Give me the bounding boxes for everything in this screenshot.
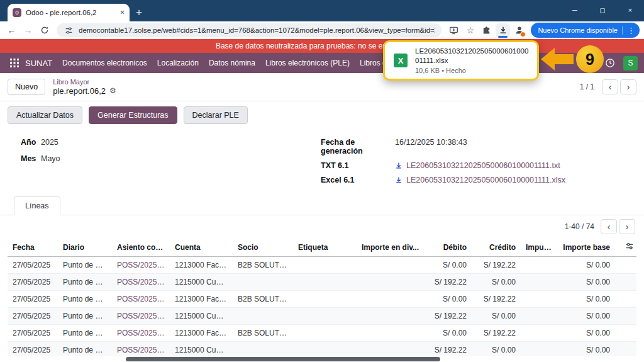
app-brand[interactable]: SUNAT bbox=[25, 59, 52, 68]
column-settings-icon[interactable] bbox=[615, 238, 636, 257]
cell bbox=[521, 274, 557, 291]
action-button[interactable]: Generar Estructuras bbox=[89, 106, 177, 124]
column-header[interactable]: Socio bbox=[233, 238, 293, 257]
file-download-link[interactable]: LE2060531032120250500060100001111.xlsx bbox=[395, 176, 565, 184]
form-fields-left: Año2025MesMayo bbox=[21, 138, 321, 190]
breadcrumb: Libro Mayor ple.report.06,2 ⚙ bbox=[53, 78, 116, 96]
new-tab-button[interactable]: + bbox=[136, 7, 142, 18]
table-row[interactable]: 27/05/2025Punto de VentaPOSS/2025/05/0..… bbox=[8, 325, 636, 342]
install-page-icon[interactable] bbox=[447, 23, 461, 38]
cell: S/ 0.00 bbox=[424, 257, 472, 274]
cell: B2B SOLUTIONS ... bbox=[233, 291, 293, 308]
record-link[interactable]: POSS/2025/05/0... bbox=[112, 274, 170, 291]
list-pager-prev-button[interactable]: ‹ bbox=[601, 219, 617, 234]
column-header[interactable]: Importe base bbox=[557, 238, 615, 257]
list-pager-text: 1-40 / 74 bbox=[565, 222, 594, 231]
cell: 27/05/2025 bbox=[8, 274, 58, 291]
field-value: 16/12/2025 10:38:43 bbox=[395, 138, 467, 147]
nav-item[interactable]: Documentos electronicos bbox=[57, 53, 152, 73]
bookmark-star-icon[interactable]: ☆ bbox=[463, 23, 477, 38]
table-row[interactable]: 27/05/2025Punto de VentaPOSS/2025/05/0..… bbox=[8, 257, 636, 274]
cell bbox=[356, 308, 424, 325]
window-close-button[interactable]: × bbox=[616, 0, 644, 21]
cell: 1213000 Facturas... bbox=[170, 325, 233, 342]
field-label: Excel 6.1 bbox=[321, 176, 395, 184]
activities-clock-icon[interactable] bbox=[602, 58, 618, 68]
nav-item[interactable]: Libros electrónicos (PLE) bbox=[260, 53, 355, 73]
tab-close-icon[interactable]: × bbox=[120, 8, 125, 17]
browser-tab[interactable]: o Odoo - ple.report.06,2 × bbox=[8, 4, 130, 21]
cell: S/ 0.00 bbox=[557, 274, 615, 291]
cell bbox=[356, 257, 424, 274]
pager-prev-button[interactable]: ‹ bbox=[602, 79, 618, 94]
column-header[interactable]: Impuesto bbox=[521, 238, 557, 257]
nav-item[interactable]: Localización bbox=[152, 53, 204, 73]
cell: B2B SOLUTIONS ... bbox=[233, 257, 293, 274]
tab-lineas[interactable]: Líneas bbox=[14, 196, 60, 215]
table-row[interactable]: 27/05/2025Punto de VentaPOSS/2025/05/0..… bbox=[8, 274, 636, 291]
download-notification[interactable]: X LE2060531032120250500060100001111.xlsx… bbox=[383, 40, 539, 81]
cell: Punto de Venta bbox=[58, 308, 112, 325]
window-controls: ─ ◻ × bbox=[561, 0, 644, 21]
extensions-puzzle-icon[interactable] bbox=[479, 23, 494, 38]
cell: 1215000 Cuentas... bbox=[170, 308, 233, 325]
breadcrumb-parent-link[interactable]: Libro Mayor bbox=[53, 78, 116, 86]
cell: B2B SOLUTIONS ... bbox=[233, 325, 293, 342]
list-pager-next-button[interactable]: › bbox=[619, 219, 635, 234]
cell: S/ 0.00 bbox=[557, 325, 615, 342]
user-avatar[interactable]: S bbox=[623, 56, 638, 71]
record-link[interactable]: POSS/2025/05/0... bbox=[112, 291, 170, 308]
breadcrumb-current: ple.report.06,2 bbox=[53, 86, 106, 96]
window-maximize-button[interactable]: ◻ bbox=[589, 0, 616, 21]
record-actions-gear-icon[interactable]: ⚙ bbox=[109, 86, 116, 95]
annotation-step-number: 9 bbox=[576, 45, 604, 73]
cell bbox=[356, 325, 424, 342]
forward-icon[interactable]: → bbox=[21, 23, 35, 38]
nav-item[interactable]: Datos nómina bbox=[204, 53, 260, 73]
cell bbox=[615, 308, 636, 325]
table-row[interactable]: 27/05/2025Punto de VentaPOSS/2025/05/0..… bbox=[8, 291, 636, 308]
annotation-arrow-icon bbox=[541, 48, 555, 71]
cell: S/ 0.00 bbox=[557, 257, 615, 274]
record-pager: 1 / 1 bbox=[580, 82, 594, 91]
horizontal-scrollbar[interactable] bbox=[0, 356, 644, 362]
refresh-icon[interactable] bbox=[37, 23, 52, 38]
column-header[interactable]: Crédito bbox=[472, 238, 521, 257]
browser-menu-kebab-icon[interactable]: ⋮ bbox=[627, 26, 635, 35]
column-header[interactable]: Asiento contable bbox=[112, 238, 170, 257]
action-button[interactable]: Actualizar Datos bbox=[8, 106, 82, 124]
download-meta: 10,6 KB • Hecho bbox=[415, 67, 530, 74]
column-header[interactable]: Fecha bbox=[8, 238, 58, 257]
chrome-update-button[interactable]: Nuevo Chrome disponible ⋮ bbox=[531, 23, 640, 38]
record-link[interactable]: POSS/2025/05/0... bbox=[112, 308, 170, 325]
cell bbox=[615, 274, 636, 291]
profile-avatar-icon[interactable] bbox=[512, 23, 526, 38]
record-link[interactable]: POSS/2025/05/0... bbox=[112, 325, 170, 342]
cell: S/ 0.00 bbox=[557, 308, 615, 325]
cell bbox=[293, 291, 356, 308]
pager-next-button[interactable]: › bbox=[620, 79, 636, 94]
window-minimize-button[interactable]: ─ bbox=[561, 0, 589, 21]
apps-grid-icon[interactable] bbox=[6, 59, 23, 67]
column-header[interactable]: Etiqueta bbox=[293, 238, 356, 257]
back-icon[interactable]: ← bbox=[4, 23, 19, 38]
cell: Punto de Venta bbox=[58, 291, 112, 308]
cell bbox=[356, 291, 424, 308]
column-header[interactable]: Débito bbox=[424, 238, 472, 257]
record-link[interactable]: POSS/2025/05/0... bbox=[112, 257, 170, 274]
omnibox[interactable]: democontable17.solse.pe/web#cids=1&menu_… bbox=[57, 23, 441, 37]
scrollbar-thumb[interactable] bbox=[126, 357, 440, 361]
url-input[interactable]: democontable17.solse.pe/web#cids=1&menu_… bbox=[79, 26, 435, 34]
file-download-link[interactable]: LE2060531032120250500060100001111.txt bbox=[395, 161, 560, 170]
column-header[interactable]: Diario bbox=[58, 238, 112, 257]
site-settings-icon[interactable] bbox=[63, 25, 74, 36]
cell bbox=[521, 291, 557, 308]
table-row[interactable]: 27/05/2025Punto de VentaPOSS/2025/05/0..… bbox=[8, 308, 636, 325]
action-button[interactable]: Declarar PLE bbox=[184, 106, 248, 124]
downloads-icon[interactable] bbox=[496, 23, 510, 38]
statusbar-actions: Actualizar DatosGenerar EstructurasDecla… bbox=[0, 101, 644, 129]
column-header[interactable]: Cuenta bbox=[170, 238, 233, 257]
column-header[interactable]: Importe en div... bbox=[356, 238, 424, 257]
new-record-button[interactable]: Nuevo bbox=[8, 79, 45, 95]
cell: S/ 0.00 bbox=[424, 325, 472, 342]
